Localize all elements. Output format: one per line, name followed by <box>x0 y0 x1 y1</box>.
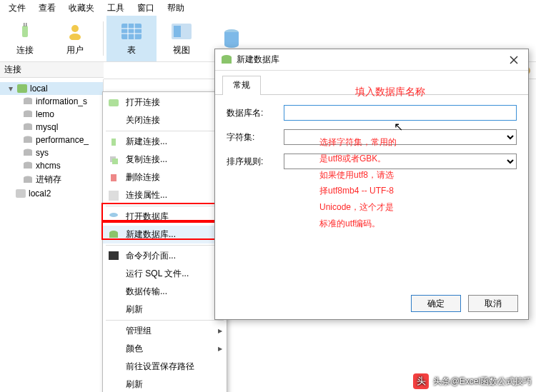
menu-file[interactable]: 文件 <box>3 1 31 16</box>
input-dbname[interactable] <box>284 105 517 121</box>
cancel-button[interactable]: 取消 <box>468 295 518 312</box>
svg-rect-42 <box>109 251 119 260</box>
select-charset[interactable] <box>284 129 517 145</box>
svg-rect-25 <box>24 138 32 143</box>
svg-rect-29 <box>24 164 32 169</box>
ctx-run-sql[interactable]: 运行 SQL 文件... <box>103 265 227 283</box>
ctx-color[interactable]: 颜色▶ <box>103 340 227 358</box>
label-dbname: 数据库名: <box>227 107 277 119</box>
svg-rect-0 <box>22 26 28 37</box>
close-icon <box>510 56 518 64</box>
tree-root-local2[interactable]: local2 <box>0 187 103 200</box>
svg-rect-31 <box>24 178 32 183</box>
svg-rect-21 <box>24 112 32 117</box>
tree-db-performance[interactable]: performance_ <box>0 134 103 146</box>
toolbar-table-button[interactable]: 表 <box>106 16 157 61</box>
view-icon <box>170 21 193 41</box>
dialog-title: 新建数据库 <box>237 54 279 66</box>
server-icon <box>17 84 27 93</box>
tree-db-mysql[interactable]: mysql <box>0 121 103 134</box>
dialog-titlebar[interactable]: 新建数据库 <box>215 49 528 71</box>
ctx-connection-properties[interactable]: 连接属性... <box>103 186 227 204</box>
collapse-icon[interactable]: ▾ <box>7 84 14 94</box>
tree-db-jinxiaocun[interactable]: 进销存 <box>0 172 103 187</box>
panel-title: 连接 <box>4 64 21 76</box>
svg-point-14 <box>224 42 239 48</box>
toolbar-view-button[interactable]: 视图 <box>157 16 207 61</box>
ctx-goto-path[interactable]: 前往设置保存路径 <box>103 358 227 376</box>
svg-rect-44 <box>222 57 232 64</box>
svg-point-4 <box>69 34 81 40</box>
database-icon <box>23 97 33 106</box>
ctx-new-connection[interactable]: 新建连接...▶ <box>103 133 227 151</box>
svg-rect-5 <box>121 24 142 39</box>
label-collation: 排序规则: <box>227 156 277 168</box>
database-cylinder-icon <box>220 29 243 49</box>
ctx-data-transfer[interactable]: 数据传输... <box>103 283 227 301</box>
database-icon <box>23 136 33 144</box>
watermark: 头 头条@Excel函数公式技巧 <box>413 373 532 389</box>
database-icon <box>23 176 33 184</box>
tree-db-sys[interactable]: sys <box>0 146 103 159</box>
database-icon <box>221 54 232 66</box>
plug-icon <box>14 21 36 41</box>
ok-button[interactable]: 确定 <box>411 295 461 312</box>
dialog-tabs: 常规 <box>215 75 528 95</box>
toolbar-connection-button[interactable]: 连接 <box>0 16 50 61</box>
chevron-right-icon: ▶ <box>218 346 222 352</box>
tree-db-information-schema[interactable]: information_s <box>0 95 103 108</box>
copy-icon <box>107 154 120 166</box>
svg-point-39 <box>109 213 118 217</box>
chevron-right-icon: ▶ <box>218 328 222 334</box>
svg-rect-17 <box>17 84 27 93</box>
connections-panel-header: 连接 <box>0 62 104 78</box>
ctx-refresh[interactable]: 刷新▶ <box>103 301 227 318</box>
server-off-icon <box>16 189 26 198</box>
tree-db-xhcms[interactable]: xhcms <box>0 159 103 172</box>
toolbar-user-button[interactable]: 用户 <box>50 16 100 61</box>
ctx-delete-connection[interactable]: 删除连接 <box>103 169 227 186</box>
tree-root-local[interactable]: ▾ local <box>0 82 103 95</box>
database-icon <box>23 123 33 131</box>
menu-bar: 文件 查看 收藏夹 工具 窗口 帮助 <box>0 0 536 16</box>
menu-help[interactable]: 帮助 <box>162 1 190 16</box>
ctx-open-database[interactable]: 打开数据库 <box>103 208 227 226</box>
database-icon <box>23 149 33 157</box>
svg-rect-33 <box>109 99 119 106</box>
ctx-close-connection[interactable]: 关闭连接 <box>103 111 227 129</box>
svg-rect-36 <box>112 159 118 164</box>
close-button[interactable] <box>505 53 522 67</box>
menu-tools[interactable]: 工具 <box>101 1 130 16</box>
ctx-manage-group[interactable]: 管理组▶ <box>103 322 227 340</box>
database-icon <box>23 161 33 170</box>
open-icon <box>107 97 120 109</box>
menu-view[interactable]: 查看 <box>33 1 61 16</box>
ctx-refresh-2[interactable]: 刷新 <box>103 376 227 392</box>
ctx-new-database[interactable]: 新建数据库... <box>103 226 227 243</box>
database-icon <box>23 110 33 119</box>
label-charset: 字符集: <box>227 131 277 144</box>
svg-rect-38 <box>109 191 119 201</box>
svg-rect-2 <box>26 23 27 26</box>
db-new-icon <box>107 229 120 241</box>
tab-general[interactable]: 常规 <box>222 76 261 95</box>
select-collation[interactable] <box>284 154 517 169</box>
ctx-console[interactable]: 命令列介面... <box>103 247 227 265</box>
tree-db-lemo[interactable]: lemo <box>0 108 103 121</box>
menu-favorites[interactable]: 收藏夹 <box>63 1 100 16</box>
svg-rect-34 <box>111 139 116 146</box>
delete-icon <box>107 172 120 184</box>
svg-rect-27 <box>24 151 32 156</box>
table-icon <box>120 21 143 41</box>
db-open-icon <box>107 211 120 223</box>
ctx-open-connection[interactable]: 打开连接 <box>103 94 227 111</box>
dialog-body: 数据库名: 字符集: 排序规则: <box>215 95 528 288</box>
svg-rect-37 <box>111 174 116 181</box>
svg-rect-41 <box>109 233 118 238</box>
new-database-dialog: 新建数据库 常规 数据库名: 字符集: 排序规则: 确定 取消 <box>214 49 529 320</box>
connection-tree: ▾ local information_s lemo mysql perform… <box>0 79 104 392</box>
ctx-copy-connection[interactable]: 复制连接... <box>103 151 227 169</box>
svg-rect-19 <box>24 99 32 104</box>
menu-window[interactable]: 窗口 <box>131 1 160 16</box>
svg-rect-1 <box>24 23 25 26</box>
